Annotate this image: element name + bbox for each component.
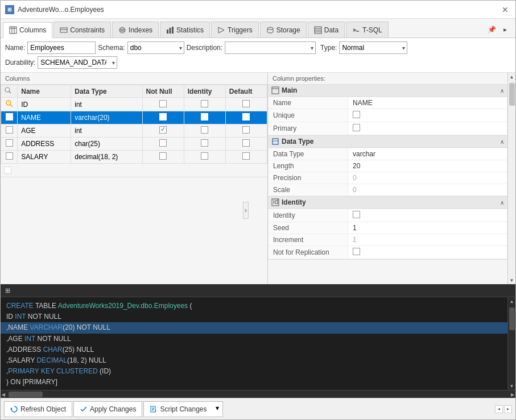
name-cell[interactable]: NAME (18, 111, 71, 124)
default-checkbox-row[interactable] (242, 126, 250, 134)
name-cell[interactable]: ID (18, 98, 71, 111)
tab-constraints[interactable]: Constraints (53, 22, 111, 38)
prop-value-name[interactable]: NAME (348, 97, 507, 109)
identity-checkbox-row[interactable] (201, 113, 208, 120)
tab-more-button[interactable]: ▸ (500, 24, 511, 35)
row-checkbox[interactable] (6, 139, 13, 147)
right-scrollbar[interactable]: ▲ ▼ (507, 73, 515, 284)
h-scrollbar-thumb[interactable] (9, 392, 43, 397)
name-cell[interactable]: AGE (18, 124, 71, 138)
notnull-cell[interactable] (142, 111, 184, 124)
table-row[interactable]: IDint (1, 98, 267, 111)
notnull-checkbox[interactable] (159, 152, 167, 160)
identity-section-collapse[interactable]: ∧ (500, 199, 504, 206)
type-select[interactable]: Normal (339, 41, 407, 54)
default-checkbox-row[interactable] (242, 113, 250, 120)
splitter-arrow[interactable]: › (243, 202, 249, 219)
scrollbar-up-btn[interactable]: ▲ (508, 73, 515, 81)
type-cell[interactable]: int (71, 124, 142, 138)
prop-value-unique[interactable] (348, 109, 507, 122)
notnull-cell[interactable] (142, 151, 184, 164)
row-checkbox[interactable] (6, 113, 13, 120)
prop-value-identity[interactable] (348, 209, 507, 222)
sql-scrollbar-down[interactable]: ▼ (508, 382, 515, 390)
prop-value-notforreplication[interactable] (348, 246, 507, 259)
nav-left-button[interactable]: ◂ (495, 405, 503, 413)
scrollbar-down-btn[interactable]: ▼ (508, 276, 515, 284)
default-checkbox-row[interactable] (242, 100, 250, 107)
identity-checkbox-row[interactable] (201, 152, 208, 160)
prop-value-length[interactable]: 20 (348, 160, 507, 172)
tab-pin-button[interactable]: 📌 (486, 24, 497, 35)
notnull-cell[interactable] (142, 138, 184, 151)
script-changes-button[interactable]: Script Changes (143, 401, 212, 417)
identity-cell[interactable] (184, 151, 225, 164)
notforreplication-checkbox[interactable] (353, 248, 360, 255)
h-scroll-right[interactable]: ▸ (510, 390, 515, 398)
identity-cell[interactable] (184, 111, 225, 124)
default-checkbox-row[interactable] (242, 139, 250, 147)
primary-checkbox[interactable] (353, 124, 360, 131)
description-input[interactable] (225, 41, 316, 54)
notnull-checkbox[interactable] (159, 139, 167, 147)
identity-checkbox-row[interactable] (201, 100, 208, 107)
default-checkbox-row[interactable] (242, 152, 250, 160)
h-scroll-left[interactable]: ◂ (1, 390, 6, 398)
props-section-main-header[interactable]: Main ∧ (268, 85, 507, 97)
nav-right-button[interactable]: ▸ (504, 405, 512, 413)
sql-scrollbar-thumb[interactable] (509, 307, 515, 330)
default-cell[interactable] (225, 151, 267, 164)
table-row[interactable]: SALARYdecimal(18, 2) (1, 151, 267, 164)
notnull-cell[interactable] (142, 98, 184, 111)
identity-cell[interactable] (184, 138, 225, 151)
apply-changes-button[interactable]: Apply Changes (73, 401, 142, 417)
refresh-object-button[interactable]: Refresh Object (4, 401, 72, 417)
sql-expand-btn[interactable]: ⊞ (3, 286, 13, 296)
identity-checkbox[interactable] (353, 211, 360, 218)
script-dropdown-button[interactable]: ▾ (212, 401, 223, 417)
row-checkbox[interactable] (6, 152, 13, 160)
identity-checkbox-row[interactable] (201, 139, 208, 147)
sql-scrollbar[interactable]: ▲ ▼ (507, 297, 515, 390)
notnull-cell[interactable] (142, 124, 184, 138)
default-cell[interactable] (225, 98, 267, 111)
tab-triggers[interactable]: Triggers (211, 22, 259, 38)
sql-scrollbar-up[interactable]: ▲ (508, 297, 515, 305)
tab-tsql[interactable]: T-SQL (346, 22, 389, 38)
type-cell[interactable]: int (71, 98, 142, 111)
tab-statistics[interactable]: Statistics (160, 22, 210, 38)
default-cell[interactable] (225, 138, 267, 151)
schema-select[interactable]: dbo (127, 41, 184, 54)
type-cell[interactable]: decimal(18, 2) (71, 151, 142, 164)
prop-value-datatype[interactable]: varchar (348, 148, 507, 160)
sql-h-scrollbar[interactable]: ◂ ▸ (1, 390, 515, 398)
unique-checkbox[interactable] (353, 111, 360, 118)
datatype-section-collapse[interactable]: ∧ (500, 139, 504, 145)
table-row[interactable]: ADDRESSchar(25) (1, 138, 267, 151)
durability-select[interactable]: SCHEMA_AND_DATA (38, 56, 117, 69)
tab-storage[interactable]: Storage (260, 22, 307, 38)
name-cell[interactable]: SALARY (18, 151, 71, 164)
tab-indexes[interactable]: Indexes (112, 22, 159, 38)
identity-checkbox-row[interactable] (201, 126, 208, 134)
identity-cell[interactable] (184, 98, 225, 111)
default-cell[interactable] (225, 124, 267, 138)
tab-data[interactable]: Data (308, 22, 345, 38)
prop-value-primary[interactable] (348, 122, 507, 135)
notnull-checkbox[interactable] (159, 126, 167, 134)
props-section-datatype-header[interactable]: Data Type ∧ (268, 136, 507, 148)
notnull-checkbox[interactable] (159, 100, 167, 107)
type-cell[interactable]: char(25) (71, 138, 142, 151)
close-button[interactable]: ✕ (500, 4, 511, 15)
tab-columns[interactable]: Columns (3, 22, 52, 38)
row-checkbox[interactable] (6, 126, 13, 134)
props-section-identity-header[interactable]: id Identity ∧ (268, 197, 507, 209)
notnull-checkbox[interactable] (159, 113, 167, 120)
name-cell[interactable]: ADDRESS (18, 138, 71, 151)
identity-cell[interactable] (184, 124, 225, 138)
type-cell[interactable]: varchar(20) (71, 111, 142, 124)
name-input[interactable] (27, 41, 96, 54)
scrollbar-thumb[interactable] (509, 83, 515, 106)
main-section-collapse[interactable]: ∧ (500, 88, 504, 94)
default-cell[interactable] (225, 111, 267, 124)
